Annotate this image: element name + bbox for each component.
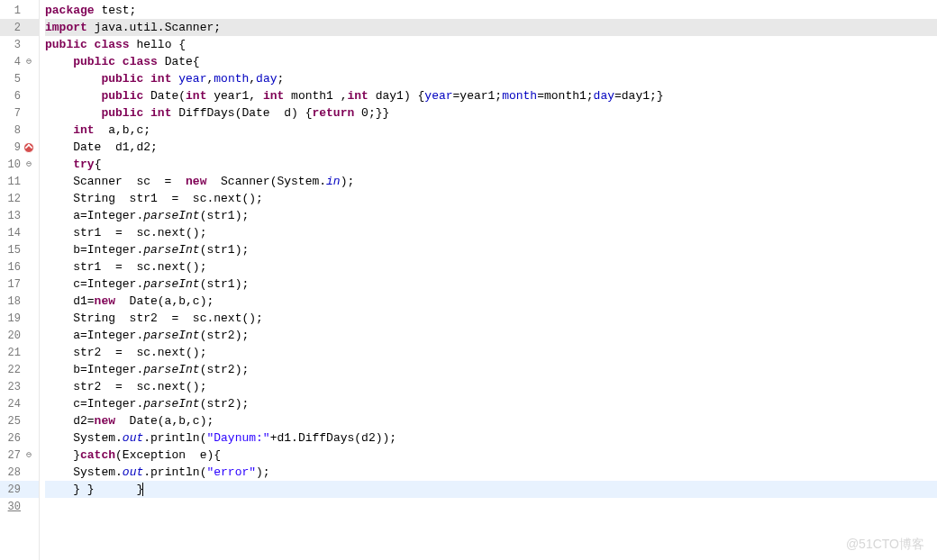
token-mtd: parseInt <box>143 329 199 342</box>
token-plain: ); <box>256 465 270 479</box>
token-kw: int <box>186 89 206 103</box>
line-number: 13 <box>1 210 21 222</box>
line-number: 16 <box>1 261 21 274</box>
gutter-spacer <box>23 124 35 137</box>
token-fld: day <box>594 89 614 103</box>
line-number: 8 <box>1 124 21 137</box>
code-line[interactable]: int a,b,c; <box>45 122 937 139</box>
gutter-line: 12 <box>0 190 39 207</box>
token-fld: day <box>256 72 277 86</box>
code-line[interactable]: public class hello { <box>45 36 937 53</box>
token-kw: new <box>186 175 206 188</box>
code-line[interactable]: str2 = sc.next(); <box>45 344 937 361</box>
token-plain: Scanner(System. <box>206 175 326 188</box>
code-line[interactable]: try{ <box>45 156 937 173</box>
token-plain: (str1); <box>200 243 250 257</box>
token-plain: c=Integer. <box>45 397 143 411</box>
token-plain: =day1;} <box>614 89 664 103</box>
token-plain: (str2); <box>200 397 250 411</box>
token-plain: =month1; <box>537 89 593 103</box>
code-line[interactable]: import java.util.Scanner; <box>45 19 937 36</box>
gutter-line: 11 <box>0 173 39 190</box>
gutter-spacer <box>23 39 35 51</box>
line-number: 29 <box>1 483 21 496</box>
gutter-line: 2 <box>0 19 39 36</box>
fold-icon[interactable]: ⊖ <box>23 449 35 462</box>
code-line[interactable]: c=Integer.parseInt(str2); <box>45 395 937 412</box>
code-line[interactable]: String str2 = sc.next(); <box>45 310 937 327</box>
code-line[interactable]: c=Integer.parseInt(str1); <box>45 275 937 293</box>
code-line[interactable]: Scanner sc = new Scanner(System.in); <box>45 173 937 190</box>
token-kw: import <box>45 21 87 34</box>
token-plain: =year1; <box>453 89 503 103</box>
token-kw: public class <box>45 38 130 51</box>
gutter-line: 21 <box>0 344 39 361</box>
token-plain: test; <box>95 4 137 17</box>
code-line[interactable]: String str1 = sc.next(); <box>45 190 937 207</box>
code-editor: 1234⊖5678910⊖111213141516171819202122232… <box>0 0 937 560</box>
code-line[interactable]: System.out.println("error"); <box>45 464 937 481</box>
token-fld: year <box>424 89 452 103</box>
token-plain: System. <box>45 431 123 445</box>
line-number: 22 <box>1 364 21 376</box>
token-fld: month <box>214 72 249 86</box>
token-plain: str1 = sc.next(); <box>45 226 206 239</box>
token-kw: new <box>95 294 115 308</box>
token-plain: month1 , <box>284 89 347 103</box>
fold-icon[interactable]: ⊖ <box>23 56 35 68</box>
token-plain: .println( <box>143 465 206 479</box>
gutter-spacer <box>23 466 35 479</box>
token-plain: (str2); <box>200 329 250 342</box>
line-number: 17 <box>1 278 21 291</box>
fold-icon[interactable]: ⊖ <box>23 158 35 171</box>
code-line[interactable]: b=Integer.parseInt(str1); <box>45 241 937 258</box>
code-line[interactable] <box>45 498 937 515</box>
code-line[interactable]: Date d1,d2; <box>45 139 937 156</box>
token-kw: int <box>348 89 368 103</box>
gutter-line: 19 <box>0 310 39 327</box>
code-line[interactable]: public int year,month,day; <box>45 70 937 87</box>
token-kw: package <box>45 4 95 17</box>
code-line[interactable]: a=Integer.parseInt(str1); <box>45 207 937 224</box>
token-plain: +d1.DiffDays(d2)); <box>270 431 396 445</box>
code-line[interactable]: str1 = sc.next(); <box>45 258 937 275</box>
gutter-spacer <box>23 312 35 325</box>
gutter-spacer <box>23 5 35 17</box>
code-line[interactable]: str1 = sc.next(); <box>45 224 937 241</box>
line-number: 1 <box>1 5 21 17</box>
token-plain: java.util.Scanner; <box>87 21 221 34</box>
token-plain: a=Integer. <box>45 329 143 342</box>
token-str: "Daynum:" <box>206 431 269 445</box>
token-plain <box>45 89 101 103</box>
code-line[interactable]: d2=new Date(a,b,c); <box>45 412 937 429</box>
gutter-line: 6 <box>0 87 39 104</box>
token-plain: ; <box>277 72 285 86</box>
token-mtd: parseInt <box>143 277 199 291</box>
code-line[interactable]: public Date(int year1, int month1 ,int d… <box>45 87 937 104</box>
token-plain: } } } <box>45 483 143 496</box>
code-line[interactable]: b=Integer.parseInt(str2); <box>45 361 937 378</box>
code-line[interactable]: package test; <box>45 2 937 19</box>
code-line[interactable]: public int DiffDays(Date d) {return 0;}} <box>45 104 937 122</box>
code-line[interactable]: } } } <box>45 481 937 498</box>
code-line[interactable]: public class Date{ <box>45 53 937 70</box>
code-line[interactable]: a=Integer.parseInt(str2); <box>45 327 937 344</box>
gutter-spacer <box>23 398 35 411</box>
token-plain: str2 = sc.next(); <box>45 346 206 359</box>
code-line[interactable]: }catch(Exception e){ <box>45 447 937 464</box>
gutter-spacer <box>23 432 35 445</box>
token-plain: Date(a,b,c); <box>115 414 214 428</box>
token-plain <box>45 123 73 137</box>
token-plain: Date( <box>143 89 186 103</box>
token-plain: (str2); <box>200 363 250 376</box>
token-mtd: parseInt <box>143 363 199 376</box>
code-area[interactable]: package test;import java.util.Scanner;pu… <box>40 0 937 560</box>
token-plain: Date(a,b,c); <box>115 294 214 308</box>
code-line[interactable]: d1=new Date(a,b,c); <box>45 293 937 310</box>
gutter-spacer <box>23 381 35 393</box>
token-plain: day1) { <box>368 89 424 103</box>
gutter-spacer <box>23 295 35 308</box>
line-number: 28 <box>1 466 21 479</box>
code-line[interactable]: str2 = sc.next(); <box>45 378 937 395</box>
code-line[interactable]: System.out.println("Daynum:"+d1.DiffDays… <box>45 429 937 447</box>
